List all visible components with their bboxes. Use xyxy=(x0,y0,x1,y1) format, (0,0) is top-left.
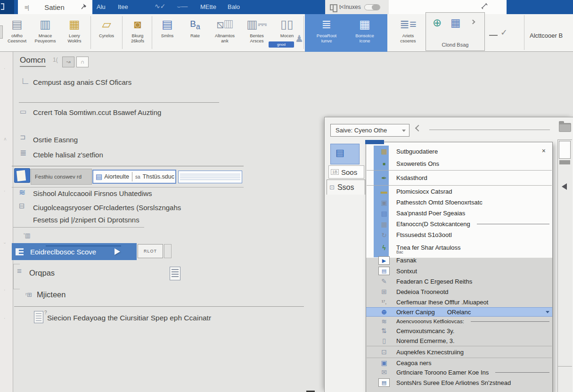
book-icon: ▤ xyxy=(154,16,181,33)
menu-item[interactable]: ✉ Grtlnciare Toroono Eamer Koe Ins xyxy=(366,368,552,377)
option-row-8[interactable]: Orqpas xyxy=(29,269,55,278)
option-row-4[interactable]: Cteble halisal z'setfion xyxy=(33,151,103,159)
b-icon: 1B xyxy=(331,169,339,175)
toggle-switch[interactable] xyxy=(364,4,380,10)
scrollbar-segment[interactable] xyxy=(559,160,570,164)
heading-button-2[interactable]: ∩ xyxy=(76,57,89,67)
menu-item[interactable]: ✎ Feaderan C Ergesed Reiths xyxy=(366,276,552,286)
ribbon-button-9[interactable]: ▥⎓ Bentes Arsces xyxy=(242,16,271,50)
heading-button-1[interactable]: ↝ xyxy=(62,57,74,67)
ribbon-button-2[interactable]: ▥ Mnace Peuyeoms xyxy=(31,16,59,50)
ribbon-button-highlight-1[interactable]: ≣ PeoaRoot Iunve xyxy=(310,16,344,50)
ribbon-button-3[interactable]: ▦ Loery Woklrs xyxy=(60,16,89,50)
option-row-2[interactable]: Ccrert Tola Somtiwn.ccut Bsawef Auzting xyxy=(33,108,161,116)
menu-item[interactable]: ▣ Ceagoa ners xyxy=(366,358,552,368)
selected-item-bar[interactable]: Eoidreclbosoc Scove xyxy=(12,243,137,260)
menu-item-mette[interactable]: MEtte xyxy=(200,3,216,10)
document-icon: ▤ xyxy=(4,16,30,33)
scrollbar[interactable] xyxy=(557,139,572,392)
menu-item-itee[interactable]: Itee xyxy=(118,3,128,10)
tab-satien[interactable]: ≡| Satien xyxy=(18,0,92,14)
field-box[interactable]: ▤ Aiorteulte sa Thstüs.sduc xyxy=(92,170,176,184)
dotted-input[interactable] xyxy=(178,171,242,183)
menu-item[interactable]: ▬ Ptomicsiocx Catsrad xyxy=(366,186,552,197)
ribbon-button-1[interactable]: ▤ oMho Ceesnovt xyxy=(4,16,30,50)
app-glyph-icon xyxy=(1,3,4,10)
app-icon[interactable] xyxy=(0,0,14,14)
option-row-5[interactable]: Sishool Atulccaooil Firsnos Uhatediws xyxy=(33,189,152,197)
dart-icon xyxy=(480,2,488,10)
menu-item[interactable]: ¹⁷, Cerfiemuar lhese Offfur .Miuapeot xyxy=(366,297,552,307)
scrollbar-thumb[interactable] xyxy=(559,141,571,159)
back-arrow-icon[interactable] xyxy=(415,125,422,131)
menu-item[interactable]: ▣ Pathesstch Omtd Sfoenoxrtsatc xyxy=(366,197,552,208)
divider xyxy=(13,227,144,228)
dropdown-menu: × ▦ Sutbguodatiere ■ Sxoweretis Ons ✒ Ks… xyxy=(366,142,553,392)
option-row-7[interactable]: Fesetss pid |/znipert Oi Dprotsnns xyxy=(33,216,139,224)
ribbon-button-6[interactable]: ▤ Smlns xyxy=(154,16,181,50)
grid-icon xyxy=(16,248,24,255)
title-bar: ≡| Satien Alu Itee ∿✓ ⌣— MEtte Balo t<In… xyxy=(0,0,573,14)
option-row-10[interactable]: Siecion Fedayoag the Ciursitiar Spep eph… xyxy=(47,314,211,322)
table-icon[interactable]: ▦ xyxy=(450,16,461,29)
mini-grid-icon: ʳ⊞ xyxy=(25,291,32,298)
option-row-1[interactable]: Cempust asg anais CSf Oficars xyxy=(33,78,131,86)
option-row-9[interactable]: Mjicteen xyxy=(37,290,65,299)
menu-item[interactable]: ■ Sxoweretis Ons xyxy=(366,157,552,170)
ribbon-button-8[interactable]: ⧅▥ Altnamtos ank xyxy=(209,16,240,50)
menu-item[interactable]: ⊞ Dedeioa Trooneotd xyxy=(366,286,552,297)
question-doc-icon xyxy=(34,311,43,323)
pin-icon xyxy=(80,4,87,10)
lines-icon: ≣ xyxy=(20,148,26,158)
scroll-arrow-left-icon[interactable] xyxy=(562,183,567,190)
folder-icon xyxy=(14,168,30,183)
menu-item[interactable]: ⊡ Auqnekfes Kznecstruiing xyxy=(366,346,552,358)
save-combobox[interactable]: Saive: Cyeno Othe xyxy=(330,124,409,137)
check-icon[interactable]: ✓ xyxy=(500,27,508,38)
sort-icon: ⇅ xyxy=(377,327,392,335)
menu-item[interactable]: ▦ Sutbguodatiere xyxy=(366,145,552,157)
ribbon-button-4[interactable]: ▱ Cyrelos xyxy=(92,16,121,50)
menu-item-alu[interactable]: Alu xyxy=(97,3,106,10)
menu-item-selected[interactable]: ⊕ Orkerr Canipg ORelanc xyxy=(366,307,552,317)
menu-item[interactable]: ↻ Ftssusedst S1o3ootl xyxy=(366,229,552,240)
menu-item[interactable]: ≋ Aoencvooonvs Ketfioiovcas: xyxy=(366,317,552,326)
menu-item[interactable]: ▯ Noremd Ecmerme, 3. xyxy=(366,335,552,346)
side-tab-ssos[interactable]: ⊡ Ssos xyxy=(327,180,365,195)
side-item-soos[interactable]: 1B Soos xyxy=(328,165,364,179)
chevron-down-icon xyxy=(546,311,549,313)
menu-item[interactable]: ▦ Efanoccn(D Sctokcantceng xyxy=(366,219,552,229)
ribbon-button-arrange[interactable]: ≣≡ Ariets csoeres xyxy=(393,16,424,50)
folder-icon[interactable] xyxy=(559,123,571,132)
rlot-button[interactable]: RLOT xyxy=(138,244,163,258)
menu-item[interactable]: ▤ Saa'pnastd Poer Sgeaias xyxy=(366,208,552,219)
menu-item[interactable]: ✒ Ksdasthord xyxy=(366,171,552,185)
option-row-6[interactable]: Ciugolceagsryoser OFrcladertes (Sorslszn… xyxy=(33,204,181,212)
menu-item[interactable]: ϟ Tnea fer Shar Artauloss Bac xyxy=(366,240,552,255)
pages-icon: ¹⁷, xyxy=(377,299,392,305)
menu-item[interactable]: ▤ Sontxut xyxy=(366,266,552,276)
report-icon: ▤ xyxy=(378,378,390,387)
menu-rule xyxy=(477,224,549,224)
ribbon-button-highlight-2[interactable]: ▦ Bonsotce Icone xyxy=(346,16,383,50)
autocorrect-label[interactable]: Alcttcooer B xyxy=(530,32,573,39)
document-icon[interactable] xyxy=(170,267,180,280)
ghost-button[interactable] xyxy=(164,244,172,258)
menu-item[interactable]: ▶ Fasnak xyxy=(366,255,552,266)
menu-item[interactable]: ⇅ Cemvoxutsmcanc 3y. xyxy=(366,326,552,335)
ribbon-button-5[interactable]: ◙ Bkurg 26kofs xyxy=(124,16,151,50)
menu-item-balo[interactable]: Balo xyxy=(228,3,240,10)
option-row-3[interactable]: Osrtie Easnng xyxy=(33,136,78,144)
dash-icon[interactable] xyxy=(489,35,498,36)
scrollbar-divider xyxy=(558,366,572,367)
field-button[interactable]: Aiorteulte xyxy=(104,173,129,180)
heading-mark: 1( xyxy=(53,57,58,63)
ribbon-divider xyxy=(524,15,524,50)
chevron-down-icon xyxy=(402,130,406,132)
chevron-right-icon[interactable] xyxy=(471,20,475,24)
add-icon[interactable]: ⊕ xyxy=(433,16,442,29)
side-menu-button[interactable]: ▤ xyxy=(330,144,360,164)
ribbon-button-7[interactable]: Ba Rate xyxy=(183,16,207,50)
copy-icon: ▣ xyxy=(377,359,392,367)
menu-item[interactable]: ▤ SontsNrs Suree Efoe Arliotnes Sn'zstne… xyxy=(366,377,552,388)
